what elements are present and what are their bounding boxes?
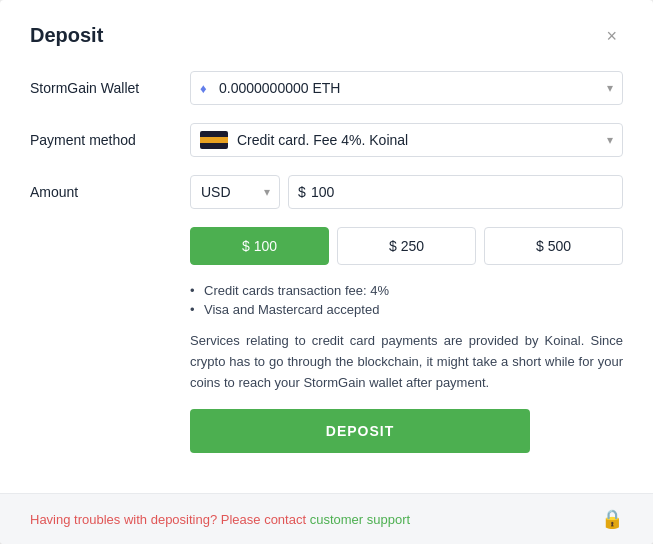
amount-controls: USD EUR GBP ▾ $ xyxy=(190,175,623,209)
footer-text: Having troubles with depositing? Please … xyxy=(30,512,410,527)
deposit-btn-wrap: DEPOSIT xyxy=(190,409,623,453)
modal-footer: Having troubles with depositing? Please … xyxy=(0,493,653,544)
deposit-modal: Deposit × StormGain Wallet ♦ 0.000000000… xyxy=(0,0,653,544)
wallet-select[interactable]: 0.0000000000 ETH xyxy=(190,71,623,105)
quick-amounts: $ 100 $ 250 $ 500 xyxy=(190,227,623,265)
info-paragraph: Services relating to credit card payment… xyxy=(190,331,623,393)
payment-method-label: Payment method xyxy=(30,132,190,148)
wallet-row: StormGain Wallet ♦ 0.0000000000 ETH ▾ xyxy=(30,71,623,105)
payment-method-select[interactable]: Credit card. Fee 4%. Koinal xyxy=(190,123,623,157)
deposit-button[interactable]: DEPOSIT xyxy=(190,409,530,453)
customer-support-link[interactable]: customer support xyxy=(310,512,410,527)
info-bullet-1: Visa and Mastercard accepted xyxy=(190,300,623,319)
payment-method-row: Payment method Credit card. Fee 4%. Koin… xyxy=(30,123,623,157)
quick-amount-250[interactable]: $ 250 xyxy=(337,227,476,265)
currency-select[interactable]: USD EUR GBP xyxy=(190,175,280,209)
amount-input-wrap: $ xyxy=(288,175,623,209)
amount-row: Amount USD EUR GBP ▾ $ xyxy=(30,175,623,209)
amount-input[interactable] xyxy=(288,175,623,209)
currency-select-wrap: USD EUR GBP ▾ xyxy=(190,175,280,209)
info-list: Credit cards transaction fee: 4% Visa an… xyxy=(190,281,623,319)
wallet-select-wrap: ♦ 0.0000000000 ETH ▾ xyxy=(190,71,623,105)
modal-title-row: Deposit × xyxy=(30,24,623,47)
quick-amount-100[interactable]: $ 100 xyxy=(190,227,329,265)
info-section: Credit cards transaction fee: 4% Visa an… xyxy=(190,281,623,393)
lock-icon: 🔒 xyxy=(601,508,623,530)
modal-title: Deposit xyxy=(30,24,103,47)
info-bullet-0: Credit cards transaction fee: 4% xyxy=(190,281,623,300)
modal-body: Deposit × StormGain Wallet ♦ 0.000000000… xyxy=(0,0,653,493)
wallet-label: StormGain Wallet xyxy=(30,80,190,96)
footer-label: Having troubles with depositing? Please … xyxy=(30,512,310,527)
info-text-content: Services relating to credit card payment… xyxy=(190,333,623,390)
amount-label: Amount xyxy=(30,184,190,200)
payment-method-select-wrap: Credit card. Fee 4%. Koinal ▾ xyxy=(190,123,623,157)
close-button[interactable]: × xyxy=(600,25,623,47)
quick-amount-500[interactable]: $ 500 xyxy=(484,227,623,265)
